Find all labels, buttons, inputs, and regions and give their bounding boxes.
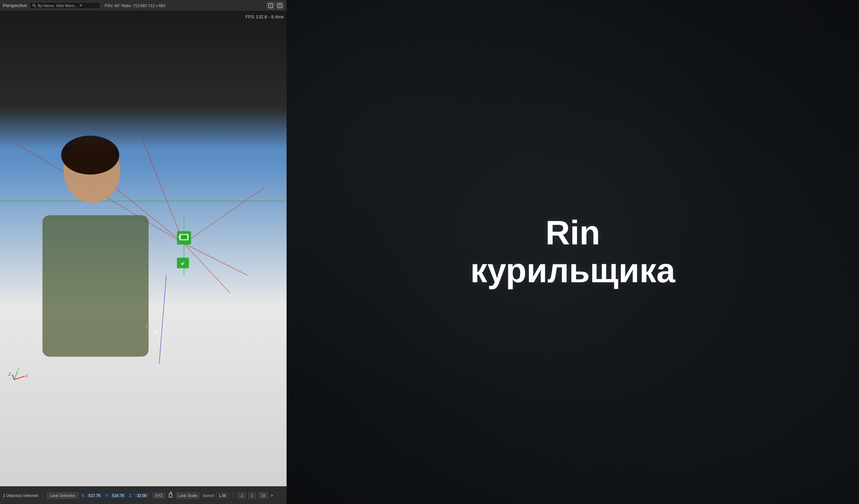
svg-text:Rin: Rin bbox=[154, 330, 160, 335]
svg-line-27 bbox=[14, 376, 25, 380]
info-icon-btn[interactable]: i bbox=[267, 2, 275, 10]
arrow-btn[interactable]: » bbox=[271, 493, 273, 498]
svg-line-1 bbox=[35, 6, 36, 7]
svg-text:↙: ↙ bbox=[181, 260, 185, 266]
main-area: Perspective By Name, Hide filtere... ✕ F… bbox=[0, 0, 859, 504]
speed-label: Speed: bbox=[202, 493, 215, 498]
ceiling-stripe bbox=[0, 11, 287, 149]
help-icon: ? bbox=[277, 3, 282, 8]
speed-segment: Speed: 1.00 bbox=[202, 493, 229, 498]
character-name: Rin bbox=[470, 214, 675, 251]
val1-btn[interactable]: .1 bbox=[237, 492, 246, 499]
help-icon-btn[interactable]: ? bbox=[276, 2, 284, 10]
viewport-panel: Perspective By Name, Hide filtere... ✕ F… bbox=[0, 0, 287, 504]
svg-line-14 bbox=[159, 276, 166, 364]
y-label: Y: bbox=[105, 493, 109, 498]
svg-rect-23 bbox=[42, 215, 149, 357]
xyz-btn[interactable]: XYZ bbox=[152, 492, 165, 499]
z-coord-segment: Z: 32.00 bbox=[129, 493, 150, 498]
viewport-canvas[interactable]: ↙ Rin bbox=[0, 11, 287, 504]
svg-line-10 bbox=[184, 187, 265, 244]
lock-selection-btn[interactable]: Lock Selection bbox=[47, 492, 79, 499]
val2-btn[interactable]: 1 bbox=[248, 492, 255, 499]
svg-text:Y: Y bbox=[17, 367, 19, 371]
val3-btn[interactable]: 10 bbox=[259, 492, 268, 499]
divider-2 bbox=[233, 492, 233, 499]
svg-line-12 bbox=[184, 244, 230, 293]
viewport-title: Perspective bbox=[3, 3, 27, 8]
search-bar[interactable]: By Name, Hide filtere... ✕ bbox=[30, 2, 100, 9]
svg-text:?: ? bbox=[279, 4, 281, 7]
svg-text:i: i bbox=[270, 4, 271, 7]
character-subtitle: курильщика bbox=[470, 251, 675, 290]
fov-info: FOV: 60° Ratio: 712:683 712 x 683 bbox=[105, 4, 165, 8]
z-value[interactable]: 32.00 bbox=[134, 493, 150, 498]
right-panel-content: Rin курильщика bbox=[470, 214, 675, 290]
y-value[interactable]: 516.76 bbox=[110, 493, 126, 498]
speed-value[interactable]: 1.00 bbox=[216, 493, 229, 498]
status-bar: 1 Object(s) Selected Lock Selection X: 5… bbox=[0, 486, 287, 504]
objects-selected: 1 Object(s) Selected bbox=[3, 493, 38, 498]
lock-icon bbox=[169, 493, 172, 498]
lock-scale-btn[interactable]: Lock Scale bbox=[176, 492, 200, 499]
x-label: X: bbox=[81, 493, 85, 498]
x-coord-segment: X: 517.76 bbox=[81, 493, 102, 498]
y-coord-segment: Y: 516.76 bbox=[105, 493, 126, 498]
svg-text:X: X bbox=[25, 374, 28, 378]
search-close-icon[interactable]: ✕ bbox=[79, 3, 82, 8]
svg-text:Z: Z bbox=[8, 372, 11, 376]
right-panel: Rin курильщика bbox=[287, 0, 859, 504]
svg-rect-17 bbox=[181, 235, 187, 239]
svg-line-11 bbox=[184, 244, 248, 276]
z-label: Z: bbox=[129, 493, 132, 498]
fps-counter: FPS 132.6 - 8.4ms bbox=[246, 14, 284, 19]
viewport-header: Perspective By Name, Hide filtere... ✕ F… bbox=[0, 0, 287, 11]
search-icon bbox=[32, 4, 36, 8]
search-text: By Name, Hide filtere... bbox=[38, 4, 78, 8]
info-icon: i bbox=[268, 3, 273, 8]
divider-1 bbox=[42, 492, 43, 499]
svg-line-29 bbox=[12, 375, 14, 380]
svg-point-0 bbox=[33, 4, 35, 6]
viewport-icons: i ? bbox=[267, 2, 284, 10]
x-value[interactable]: 517.76 bbox=[87, 493, 103, 498]
